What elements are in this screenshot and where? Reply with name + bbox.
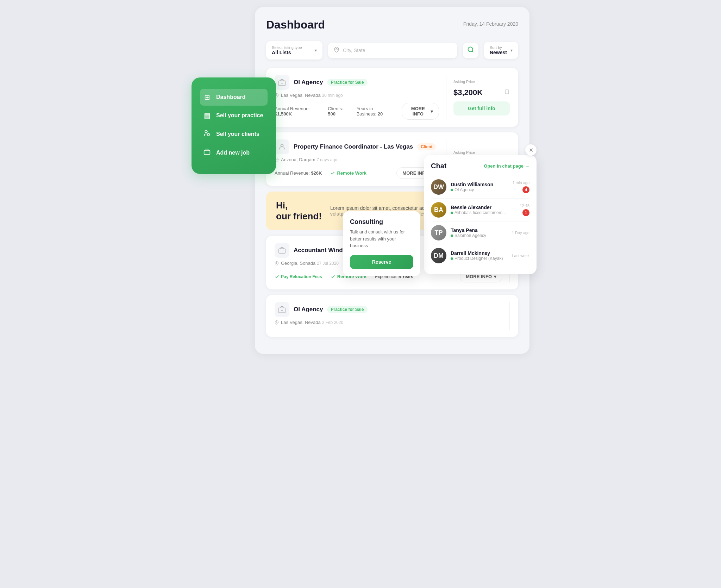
chat-name-tanya: Tanya Pena [451, 227, 508, 233]
online-dot-bessie [451, 212, 453, 214]
sort-dropdown[interactable]: Sort by Newest ▾ [484, 42, 518, 59]
svg-point-12 [276, 262, 277, 263]
chat-sub-tanya: Salomon Agency [451, 233, 508, 238]
close-chat-button[interactable]: ✕ [525, 144, 537, 156]
listing-main-4: OI Agency Practice for Sale Las Vegas, N… [275, 302, 510, 330]
sidebar-item-sell-practice[interactable]: ▤ Sell your practice [200, 107, 268, 124]
sidebar-label-sell-clients: Sell your clients [216, 131, 259, 137]
listing-location-1: Las Vegas, Nevada 30 min ago [275, 93, 439, 98]
listing-main-1: OI Agency Practice for Sale Las Vegas, N… [275, 75, 446, 120]
svg-point-0 [205, 131, 207, 133]
sidebar-label-dashboard: Dashboard [216, 94, 246, 100]
sidebar-item-add-job[interactable]: Add new job [200, 144, 268, 161]
chat-item-darrell[interactable]: DM Darrell Mckinney Product Designer (Ka… [431, 244, 529, 267]
listing-badge-1: Practice for Sale [327, 79, 367, 86]
listing-location-text-3: Georgia, Sonada 27 Jul 2020 [281, 261, 339, 266]
listing-icon-4 [275, 302, 289, 317]
chat-name-darrell: Darrell Mckinney [451, 250, 508, 256]
home-icon: ⊞ [203, 93, 211, 101]
sort-value: Newest [490, 50, 507, 55]
title-section: Dashboard [266, 18, 325, 31]
add-job-icon [203, 148, 211, 157]
sort-label: Sort by [490, 45, 507, 50]
chat-header: Chat Open in chat page → [431, 162, 529, 170]
open-chat-link[interactable]: Open in chat page → [484, 163, 529, 169]
online-dot-darrell [451, 257, 453, 260]
price-label-1: Asking Price [453, 80, 475, 84]
listing-icon-1 [275, 75, 289, 90]
unread-badge-dustin: 4 [522, 186, 529, 193]
listing-icon-2 [275, 139, 289, 154]
revenue-label-2: Annual Revenue: $26K [275, 170, 322, 176]
chat-panel: ✕ Chat Open in chat page → DW Dustin Wil… [424, 155, 537, 274]
avatar-dustin: DW [431, 179, 446, 195]
chat-time-darrell: Last week [512, 254, 529, 258]
chat-sub-dustin: OI Agency [451, 187, 508, 192]
promo-content: Hi,our friend! [276, 200, 322, 222]
listing-badge-4: Practice for Sale [327, 306, 367, 313]
chat-time-dustin: 1 min ago [513, 181, 529, 185]
location-search-wrap[interactable]: City, State [328, 43, 457, 58]
dashboard-header: Dashboard Friday, 14 February 2020 [266, 18, 518, 31]
sort-content: Sort by Newest [490, 45, 507, 55]
price-amount-1: $3,200K [453, 88, 483, 97]
more-info-button-1[interactable]: MORE INFO ▾ [402, 103, 439, 120]
svg-point-16 [276, 321, 277, 323]
promo-title: Hi,our friend! [276, 200, 322, 222]
chat-item-dustin[interactable]: DW Dustin Williamson OI Agency 1 min ago… [431, 176, 529, 199]
listing-title-2: Property Finance Coordinator - Las Vegas [294, 143, 413, 150]
chat-content-tanya: Tanya Pena Salomon Agency [451, 227, 508, 238]
listing-type-value: All Lists [272, 50, 312, 55]
listing-icon-3 [275, 243, 289, 258]
sell-clients-icon [203, 130, 211, 138]
reserve-button[interactable]: Reserve [350, 255, 413, 269]
remote-badge-2: Remote Work [330, 170, 366, 176]
search-icon [467, 46, 474, 55]
years-label-1: Years in Business: 20 [357, 106, 393, 117]
chat-content-darrell: Darrell Mckinney Product Designer (Kayak… [451, 250, 508, 261]
chat-sub-darrell: Product Designer (Kayak) [451, 256, 508, 261]
sell-practice-icon: ▤ [203, 111, 211, 120]
chat-time-tanya: 1 Day ago [512, 231, 529, 235]
listing-card-4: OI Agency Practice for Sale Las Vegas, N… [266, 295, 518, 337]
listing-location-2: Arizona, Dargam 7 days ago [275, 157, 439, 162]
bookmark-icon-1[interactable] [504, 89, 510, 96]
revenue-label-1: Annual Revenue: $1,500K [275, 106, 319, 117]
listing-location-text-4: Las Vegas, Nevada 2 Feb 2020 [281, 320, 343, 325]
svg-point-1 [207, 133, 210, 136]
chevron-down-icon: ▾ [431, 109, 433, 114]
svg-point-10 [276, 159, 277, 160]
sort-chevron-icon: ▾ [510, 48, 513, 53]
clients-label-1: Clients: 500 [328, 106, 348, 117]
consulting-text: Talk and consult with us for better resu… [350, 229, 413, 249]
chat-meta-bessie: 12:45 1 [520, 204, 529, 216]
chat-meta-dustin: 1 min ago 4 [513, 181, 529, 193]
listing-title-4: OI Agency [294, 306, 323, 313]
date-display: Friday, 14 February 2020 [463, 21, 518, 27]
chat-title: Chat [431, 162, 446, 170]
page-wrapper: ⊞ Dashboard ▤ Sell your practice Sell yo… [192, 7, 529, 310]
sidebar-label-sell-practice: Sell your practice [216, 112, 263, 119]
listing-header-1: OI Agency Practice for Sale [275, 75, 439, 90]
get-full-info-button-1[interactable]: Get full info [453, 101, 510, 115]
chat-content-dustin: Dustin Williamson OI Agency [451, 182, 508, 192]
consulting-popup: Consulting Talk and consult with us for … [343, 211, 420, 276]
online-dot-dustin [451, 189, 453, 191]
listing-header-4: OI Agency Practice for Sale [275, 302, 502, 317]
sidebar-item-sell-clients[interactable]: Sell your clients [200, 125, 268, 143]
chat-item-tanya[interactable]: TP Tanya Pena Salomon Agency 1 Day ago [431, 221, 529, 244]
svg-point-8 [276, 94, 277, 95]
svg-point-4 [468, 47, 472, 51]
listing-stats-2: Annual Revenue: $26K Remote Work MORE IN… [275, 167, 439, 179]
search-button[interactable] [463, 43, 478, 58]
sidebar-item-dashboard[interactable]: ⊞ Dashboard [200, 89, 268, 106]
chat-meta-darrell: Last week [512, 254, 529, 258]
listing-type-dropdown[interactable]: Select listing type All Lists ▾ [266, 41, 322, 60]
chat-name-bessie: Bessie Alexander [451, 205, 515, 210]
page-title: Dashboard [266, 18, 325, 31]
chat-sub-bessie: Alibaba's fixed customers... [451, 210, 515, 215]
chat-item-bessie[interactable]: BA Bessie Alexander Alibaba's fixed cust… [431, 199, 529, 221]
listing-stats-1: Annual Revenue: $1,500K Clients: 500 Yea… [275, 103, 439, 120]
price-row-1: $3,200K [453, 88, 510, 97]
listing-location-text-1: Las Vegas, Nevada 30 min ago [281, 93, 343, 98]
